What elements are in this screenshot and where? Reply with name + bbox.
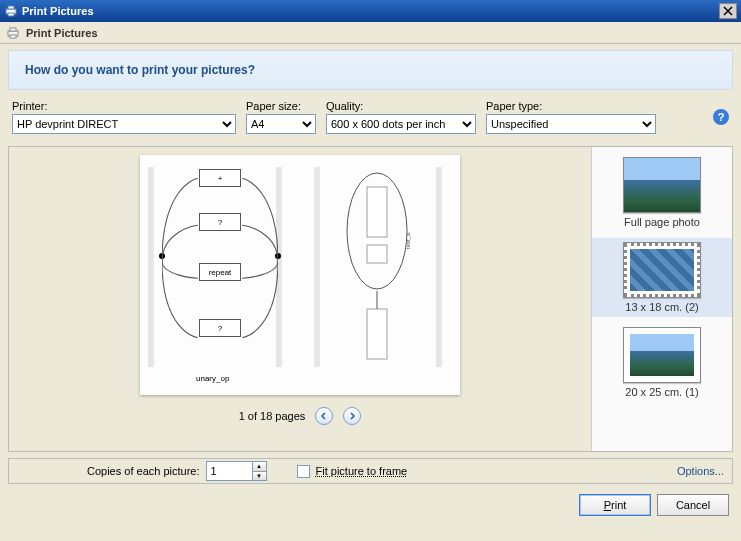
svg-rect-2 [8, 13, 14, 16]
printer-icon [6, 26, 20, 40]
quality-select[interactable]: 600 x 600 dots per inch [326, 114, 476, 134]
layout-thumb [623, 242, 701, 298]
svg-rect-8 [367, 245, 387, 263]
copies-up-button[interactable]: ▲ [253, 462, 266, 472]
titlebar: Print Pictures [0, 0, 741, 22]
svg-rect-10 [367, 309, 387, 359]
printer-icon [4, 4, 18, 18]
paper-type-select[interactable]: Unspecified [486, 114, 656, 134]
quality-label: Quality: [326, 100, 476, 112]
page-indicator: 1 of 18 pages [239, 410, 306, 422]
main-area: + ? repeat ? unary_op [8, 146, 733, 452]
print-button[interactable]: Print [579, 494, 651, 516]
subheader-title: Print Pictures [26, 27, 98, 39]
print-settings-row: Printer: HP devprint DIRECT Paper size: … [0, 90, 741, 146]
paper-type-label: Paper type: [486, 100, 656, 112]
options-link[interactable]: Options... [677, 465, 724, 477]
svg-rect-5 [10, 35, 16, 38]
printer-label: Printer: [12, 100, 236, 112]
pager: 1 of 18 pages [239, 407, 362, 425]
page-preview: + ? repeat ? unary_op [140, 155, 460, 395]
next-page-button[interactable] [343, 407, 361, 425]
help-icon[interactable]: ? [713, 109, 729, 125]
copies-spinner[interactable]: ▲ ▼ [206, 461, 267, 481]
layout-thumb [623, 327, 701, 383]
layout-item-fullpage[interactable]: Full page photo [592, 153, 732, 232]
copies-down-button[interactable]: ▼ [253, 472, 266, 481]
printer-select[interactable]: HP devprint DIRECT [12, 114, 236, 134]
layout-list[interactable]: Full page photo 13 x 18 cm. (2) 20 x 25 … [592, 147, 732, 451]
layout-thumb [623, 157, 701, 213]
paper-size-label: Paper size: [246, 100, 316, 112]
window-title: Print Pictures [22, 5, 719, 17]
instruction-banner: How do you want to print your pictures? [8, 50, 733, 90]
svg-rect-7 [367, 187, 387, 237]
cancel-button[interactable]: Cancel [657, 494, 729, 516]
subheader: Print Pictures [0, 22, 741, 44]
layout-item-20x25[interactable]: 20 x 25 cm. (1) [592, 323, 732, 402]
svg-rect-4 [10, 28, 16, 31]
preview-pane: + ? repeat ? unary_op [9, 147, 592, 451]
prev-page-button[interactable] [315, 407, 333, 425]
close-button[interactable] [719, 3, 737, 19]
fit-to-frame-label: Fit picture to frame [316, 465, 408, 477]
fit-to-frame-checkbox[interactable] [297, 465, 310, 478]
copies-row: Copies of each picture: ▲ ▼ Fit picture … [8, 458, 733, 484]
dialog-buttons: Print Cancel [0, 484, 741, 516]
copies-input[interactable] [206, 461, 252, 481]
copies-label: Copies of each picture: [87, 465, 200, 477]
layout-label: Full page photo [592, 216, 732, 228]
layout-item-13x18[interactable]: 13 x 18 cm. (2) [592, 238, 732, 317]
instruction-text: How do you want to print your pictures? [25, 63, 255, 77]
svg-text:test_a: test_a [405, 232, 411, 249]
paper-size-select[interactable]: A4 [246, 114, 316, 134]
layout-label: 13 x 18 cm. (2) [592, 301, 732, 313]
layout-label: 20 x 25 cm. (1) [592, 386, 732, 398]
svg-rect-1 [8, 6, 14, 9]
